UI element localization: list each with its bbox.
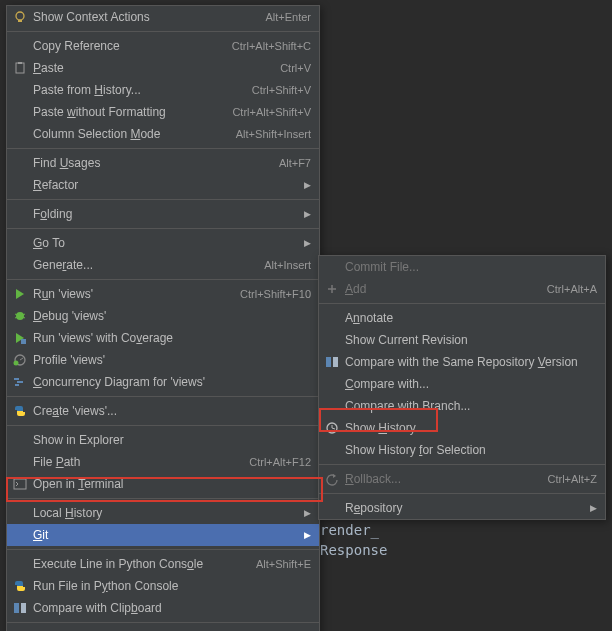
compare-same-repo[interactable]: Compare with the Same Repository Version <box>319 351 605 373</box>
shortcut: Alt+Shift+Insert <box>226 128 311 140</box>
svg-line-36 <box>332 428 335 429</box>
compare-with[interactable]: Compare with... <box>319 373 605 395</box>
separator <box>7 396 319 397</box>
shortcut: Ctrl+Alt+F12 <box>239 456 311 468</box>
label: Compare with... <box>345 377 597 391</box>
svg-rect-14 <box>17 381 23 383</box>
commit-file[interactable]: Commit File... <box>319 256 605 278</box>
separator <box>7 498 319 499</box>
local-history[interactable]: Local History ▶ <box>7 502 319 524</box>
show-context-actions[interactable]: Show Context Actions Alt+Enter <box>7 6 319 28</box>
concurrency-icon <box>11 374 29 390</box>
separator <box>7 31 319 32</box>
diagrams[interactable]: Diagrams ▶ <box>7 626 319 631</box>
execute-line[interactable]: Execute Line in Python Console Alt+Shift… <box>7 553 319 575</box>
label: Refactor <box>33 178 301 192</box>
diff-icon <box>323 354 341 370</box>
svg-rect-3 <box>18 62 22 64</box>
label: Run 'views' with Coverage <box>33 331 311 345</box>
run-views[interactable]: Run 'views' Ctrl+Shift+F10 <box>7 283 319 305</box>
shortcut: Alt+Insert <box>254 259 311 271</box>
debug-views[interactable]: Debug 'views' <box>7 305 319 327</box>
profile-views[interactable]: Profile 'views' <box>7 349 319 371</box>
label: Compare with Clipboard <box>33 601 311 615</box>
submenu-arrow-icon: ▶ <box>301 508 311 518</box>
svg-point-12 <box>14 361 19 366</box>
label: Show in Explorer <box>33 433 311 447</box>
show-current-revision[interactable]: Show Current Revision <box>319 329 605 351</box>
label: Show Context Actions <box>33 10 255 24</box>
open-in-terminal[interactable]: Open in Terminal <box>7 473 319 495</box>
label: Git <box>33 528 301 542</box>
find-usages[interactable]: Find Usages Alt+F7 <box>7 152 319 174</box>
coverage-icon <box>11 330 29 346</box>
add[interactable]: Add Ctrl+Alt+A <box>319 278 605 300</box>
svg-line-11 <box>20 358 23 360</box>
submenu-arrow-icon: ▶ <box>301 209 311 219</box>
label: Compare with the Same Repository Version <box>345 355 597 369</box>
shortcut: Ctrl+Alt+A <box>537 283 597 295</box>
label: Run File in Python Console <box>33 579 311 593</box>
separator <box>7 148 319 149</box>
submenu-arrow-icon: ▶ <box>587 503 597 513</box>
terminal-icon <box>11 476 29 492</box>
label: Concurrency Diagram for 'views' <box>33 375 311 389</box>
copy-reference[interactable]: Copy Reference Ctrl+Alt+Shift+C <box>7 35 319 57</box>
rollback[interactable]: Rollback... Ctrl+Alt+Z <box>319 468 605 490</box>
label: Commit File... <box>345 260 597 274</box>
run-file-console[interactable]: Run File in Python Console <box>7 575 319 597</box>
label: Folding <box>33 207 301 221</box>
plus-icon <box>323 281 341 297</box>
label: Show History for Selection <box>345 443 597 457</box>
repository[interactable]: Repository ▶ <box>319 497 605 519</box>
paste-from-history[interactable]: Paste from History... Ctrl+Shift+V <box>7 79 319 101</box>
separator <box>7 228 319 229</box>
main-context-menu: Show Context Actions Alt+Enter Copy Refe… <box>6 5 320 631</box>
svg-rect-13 <box>14 378 19 380</box>
refactor[interactable]: Refactor ▶ <box>7 174 319 196</box>
label: Copy Reference <box>33 39 222 53</box>
label: Run 'views' <box>33 287 230 301</box>
run-with-coverage[interactable]: Run 'views' with Coverage <box>7 327 319 349</box>
show-history[interactable]: Show History <box>319 417 605 439</box>
separator <box>7 279 319 280</box>
annotate[interactable]: Annotate <box>319 307 605 329</box>
svg-point-0 <box>16 12 24 20</box>
paste[interactable]: Paste Ctrl+V <box>7 57 319 79</box>
concurrency-diagram[interactable]: Concurrency Diagram for 'views' <box>7 371 319 393</box>
diff-icon <box>11 600 29 616</box>
shortcut: Ctrl+Alt+Shift+C <box>222 40 311 52</box>
generate[interactable]: Generate... Alt+Insert <box>7 254 319 276</box>
label: Local History <box>33 506 301 520</box>
compare-with-branch[interactable]: Compare with Branch... <box>319 395 605 417</box>
python-icon <box>11 403 29 419</box>
label: Generate... <box>33 258 254 272</box>
show-in-explorer[interactable]: Show in Explorer <box>7 429 319 451</box>
shortcut: Ctrl+Shift+F10 <box>230 288 311 300</box>
shortcut: Ctrl+Alt+Shift+V <box>222 106 311 118</box>
column-selection-mode[interactable]: Column Selection Mode Alt+Shift+Insert <box>7 123 319 145</box>
separator <box>7 622 319 623</box>
label: Compare with Branch... <box>345 399 597 413</box>
bulb-icon <box>11 9 29 25</box>
file-path[interactable]: File Path Ctrl+Alt+F12 <box>7 451 319 473</box>
show-history-selection[interactable]: Show History for Selection <box>319 439 605 461</box>
label: Open in Terminal <box>33 477 311 491</box>
separator <box>7 199 319 200</box>
git[interactable]: Git ▶ <box>7 524 319 546</box>
shortcut: Ctrl+V <box>270 62 311 74</box>
shortcut: Ctrl+Shift+V <box>242 84 311 96</box>
folding[interactable]: Folding ▶ <box>7 203 319 225</box>
clock-icon <box>323 420 341 436</box>
label: Create 'views'... <box>33 404 311 418</box>
paste-without-formatting[interactable]: Paste without Formatting Ctrl+Alt+Shift+… <box>7 101 319 123</box>
svg-rect-9 <box>21 339 26 344</box>
rollback-icon <box>323 471 341 487</box>
separator <box>7 425 319 426</box>
label: Paste from History... <box>33 83 242 97</box>
label: Rollback... <box>345 472 537 486</box>
label: Go To <box>33 236 301 250</box>
go-to[interactable]: Go To ▶ <box>7 232 319 254</box>
create-views[interactable]: Create 'views'... <box>7 400 319 422</box>
compare-clipboard[interactable]: Compare with Clipboard <box>7 597 319 619</box>
